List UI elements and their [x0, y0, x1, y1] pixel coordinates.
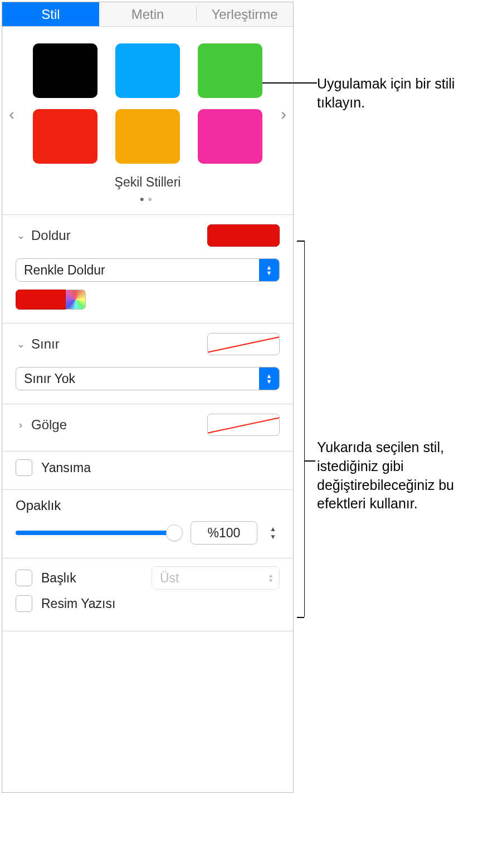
updown-icon: ▲▼: [262, 573, 279, 583]
bracket-mid: [304, 460, 315, 462]
styles-prev-icon[interactable]: ‹: [4, 105, 19, 124]
callout-click-style: Uygulamak için bir stili tıklayın.: [317, 75, 480, 112]
opacity-slider[interactable]: [16, 526, 182, 540]
callout-effects: Yukarıda seçilen stil, istediğiniz gibi …: [317, 438, 483, 513]
updown-icon: ▲▼: [259, 259, 279, 281]
callout-line: [262, 82, 317, 84]
border-title: Sınır: [31, 336, 202, 352]
tab-style[interactable]: Stil: [2, 2, 99, 26]
chevron-down-icon[interactable]: ⌄: [16, 338, 26, 350]
fill-section: ⌄ Doldur Renkle Doldur ▲▼: [2, 215, 293, 317]
style-swatch-1[interactable]: [115, 43, 180, 98]
title-checkbox[interactable]: [16, 570, 32, 586]
callout-bracket: [304, 241, 305, 617]
callout-text: Uygulamak için bir stili tıklayın.: [317, 76, 455, 110]
reflection-section: Yansıma: [2, 452, 293, 484]
style-page-dots[interactable]: ●●: [2, 194, 293, 203]
slider-thumb[interactable]: [166, 524, 183, 541]
bracket-bottom: [297, 617, 304, 618]
fill-type-label: Renkle Doldur: [16, 259, 259, 281]
border-type-popup[interactable]: Sınır Yok ▲▼: [16, 367, 280, 390]
title-position-popup[interactable]: Üst ▲▼: [152, 566, 280, 590]
reflection-checkbox[interactable]: [16, 459, 32, 476]
opacity-value-field[interactable]: %100: [191, 521, 257, 545]
bracket-top: [297, 241, 304, 242]
title-position-label: Üst: [152, 571, 262, 586]
chevron-right-icon[interactable]: ›: [16, 419, 26, 431]
style-swatch-4[interactable]: [115, 109, 180, 164]
fill-title: Doldur: [31, 228, 202, 243]
styles-next-icon[interactable]: ›: [276, 105, 291, 124]
title-label: Başlık: [41, 571, 143, 586]
opacity-section: Opaklık %100 ▲ ▼: [2, 490, 293, 552]
slider-track: [16, 531, 182, 535]
inspector-tabs: Stil Metin Yerleştirme: [2, 2, 293, 27]
stepper-up-icon[interactable]: ▲: [270, 526, 276, 532]
fill-type-popup[interactable]: Renkle Doldur ▲▼: [16, 258, 280, 282]
chevron-down-icon[interactable]: ⌄: [16, 229, 26, 242]
shadow-section: › Gölge: [2, 404, 293, 445]
shadow-title: Gölge: [31, 417, 202, 433]
shape-styles-label: Şekil Stilleri: [2, 175, 293, 190]
caption-checkbox[interactable]: [16, 595, 32, 612]
color-wheel-icon[interactable]: [66, 290, 86, 310]
opacity-title: Opaklık: [16, 498, 280, 513]
border-none-preview[interactable]: [207, 333, 280, 355]
divider: [2, 631, 293, 631]
border-type-label: Sınır Yok: [16, 367, 259, 390]
border-section: ⌄ Sınır Sınır Yok ▲▼: [2, 323, 293, 398]
reflection-label: Yansıma: [41, 460, 91, 475]
style-swatch-3[interactable]: [33, 109, 97, 164]
stepper-down-icon[interactable]: ▼: [270, 533, 276, 540]
style-swatch-0[interactable]: [33, 43, 97, 98]
updown-icon: ▲▼: [259, 367, 279, 390]
tab-text[interactable]: Metin: [99, 2, 196, 26]
tab-arrange[interactable]: Yerleştirme: [196, 2, 293, 26]
shape-styles-area: ‹ › Şekil Stilleri ●●: [2, 27, 293, 209]
title-caption-section: Başlık Üst ▲▼ Resim Yazısı: [2, 558, 293, 625]
shape-style-grid: [2, 43, 293, 164]
style-swatch-5[interactable]: [198, 109, 262, 164]
format-inspector-panel: Stil Metin Yerleştirme ‹ › Şekil Stiller…: [2, 2, 294, 793]
style-swatch-2[interactable]: [198, 43, 262, 98]
fill-color-preview[interactable]: [207, 224, 280, 247]
shadow-none-preview[interactable]: [207, 414, 280, 436]
callout-text: Yukarıda seçilen stil, istediğiniz gibi …: [317, 439, 454, 511]
opacity-stepper[interactable]: ▲ ▼: [266, 521, 280, 545]
caption-label: Resim Yazısı: [41, 596, 115, 611]
fill-color-swatch[interactable]: [16, 290, 66, 310]
